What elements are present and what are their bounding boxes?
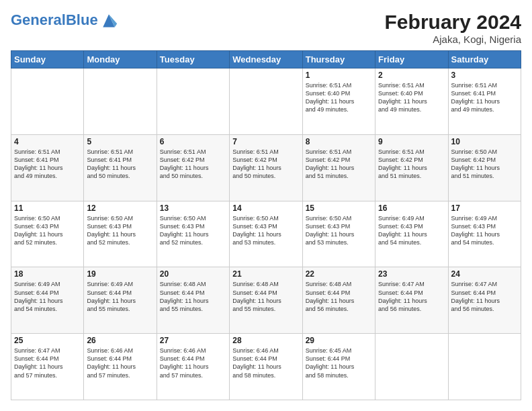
day-number: 29 — [306, 336, 372, 345]
day-cell: 27Sunrise: 6:46 AM Sunset: 6:44 PM Dayli… — [157, 334, 229, 400]
col-saturday: Saturday — [448, 51, 521, 68]
week-row-1: 4Sunrise: 6:51 AM Sunset: 6:41 PM Daylig… — [11, 134, 521, 201]
day-number: 11 — [14, 203, 81, 213]
calendar-header: Sunday Monday Tuesday Wednesday Thursday… — [11, 51, 521, 68]
day-number: 25 — [14, 336, 81, 345]
day-cell: 12Sunrise: 6:50 AM Sunset: 6:43 PM Dayli… — [84, 201, 157, 267]
day-number: 22 — [306, 269, 372, 279]
week-row-2: 11Sunrise: 6:50 AM Sunset: 6:43 PM Dayli… — [11, 201, 521, 267]
day-cell: 23Sunrise: 6:47 AM Sunset: 6:44 PM Dayli… — [375, 267, 448, 334]
day-number: 18 — [14, 269, 81, 279]
day-cell: 6Sunrise: 6:51 AM Sunset: 6:42 PM Daylig… — [157, 134, 229, 201]
col-thursday: Thursday — [302, 51, 375, 68]
day-cell: 16Sunrise: 6:49 AM Sunset: 6:43 PM Dayli… — [375, 201, 448, 267]
week-row-4: 25Sunrise: 6:47 AM Sunset: 6:44 PM Dayli… — [11, 334, 521, 400]
day-cell: 22Sunrise: 6:48 AM Sunset: 6:44 PM Dayli… — [302, 267, 375, 334]
day-number: 27 — [160, 336, 226, 345]
day-info: Sunrise: 6:48 AM Sunset: 6:44 PM Dayligh… — [160, 280, 226, 313]
logo: GeneralBlue — [11, 11, 118, 30]
header: GeneralBlue February 2024 Ajaka, Kogi, N… — [11, 11, 521, 45]
day-info: Sunrise: 6:51 AM Sunset: 6:41 PM Dayligh… — [87, 148, 153, 181]
day-info: Sunrise: 6:48 AM Sunset: 6:44 PM Dayligh… — [306, 280, 372, 313]
day-info: Sunrise: 6:49 AM Sunset: 6:43 PM Dayligh… — [378, 214, 445, 247]
day-cell: 24Sunrise: 6:47 AM Sunset: 6:44 PM Dayli… — [448, 267, 521, 334]
day-cell: 26Sunrise: 6:46 AM Sunset: 6:44 PM Dayli… — [84, 334, 157, 400]
day-info: Sunrise: 6:47 AM Sunset: 6:44 PM Dayligh… — [451, 280, 518, 313]
day-info: Sunrise: 6:50 AM Sunset: 6:43 PM Dayligh… — [306, 214, 372, 247]
col-friday: Friday — [375, 51, 448, 68]
day-number: 10 — [451, 137, 518, 146]
day-info: Sunrise: 6:48 AM Sunset: 6:44 PM Dayligh… — [232, 280, 299, 313]
logo-icon — [99, 11, 118, 30]
day-cell — [448, 334, 521, 400]
day-info: Sunrise: 6:50 AM Sunset: 6:42 PM Dayligh… — [451, 148, 518, 181]
day-info: Sunrise: 6:46 AM Sunset: 6:44 PM Dayligh… — [160, 347, 226, 379]
logo-text: GeneralBlue — [11, 13, 98, 28]
day-info: Sunrise: 6:51 AM Sunset: 6:41 PM Dayligh… — [451, 81, 518, 114]
title-block: February 2024 Ajaka, Kogi, Nigeria — [385, 11, 521, 45]
day-number: 4 — [14, 137, 81, 146]
day-info: Sunrise: 6:50 AM Sunset: 6:43 PM Dayligh… — [232, 214, 299, 247]
day-cell: 4Sunrise: 6:51 AM Sunset: 6:41 PM Daylig… — [11, 134, 84, 201]
day-cell: 21Sunrise: 6:48 AM Sunset: 6:44 PM Dayli… — [230, 267, 302, 334]
day-number: 16 — [378, 203, 445, 213]
day-number: 19 — [87, 269, 153, 279]
day-number: 1 — [306, 71, 372, 80]
day-cell: 20Sunrise: 6:48 AM Sunset: 6:44 PM Dayli… — [157, 267, 229, 334]
day-info: Sunrise: 6:51 AM Sunset: 6:42 PM Dayligh… — [160, 148, 226, 181]
page: GeneralBlue February 2024 Ajaka, Kogi, N… — [0, 0, 532, 411]
day-cell — [84, 68, 157, 135]
day-cell: 5Sunrise: 6:51 AM Sunset: 6:41 PM Daylig… — [84, 134, 157, 201]
day-cell: 14Sunrise: 6:50 AM Sunset: 6:43 PM Dayli… — [230, 201, 302, 267]
day-number: 28 — [232, 336, 299, 345]
day-info: Sunrise: 6:46 AM Sunset: 6:44 PM Dayligh… — [232, 347, 299, 379]
day-cell: 17Sunrise: 6:49 AM Sunset: 6:43 PM Dayli… — [448, 201, 521, 267]
day-cell: 18Sunrise: 6:49 AM Sunset: 6:44 PM Dayli… — [11, 267, 84, 334]
day-number: 7 — [232, 137, 299, 146]
day-number: 21 — [232, 269, 299, 279]
day-info: Sunrise: 6:51 AM Sunset: 6:40 PM Dayligh… — [306, 81, 372, 114]
day-cell: 8Sunrise: 6:51 AM Sunset: 6:42 PM Daylig… — [302, 134, 375, 201]
day-cell — [375, 334, 448, 400]
col-tuesday: Tuesday — [157, 51, 229, 68]
day-cell: 7Sunrise: 6:51 AM Sunset: 6:42 PM Daylig… — [230, 134, 302, 201]
day-number: 6 — [160, 137, 226, 146]
day-cell — [157, 68, 229, 135]
day-info: Sunrise: 6:50 AM Sunset: 6:43 PM Dayligh… — [87, 214, 153, 247]
week-row-0: 1Sunrise: 6:51 AM Sunset: 6:40 PM Daylig… — [11, 68, 521, 135]
day-info: Sunrise: 6:47 AM Sunset: 6:44 PM Dayligh… — [378, 280, 445, 313]
col-sunday: Sunday — [11, 51, 84, 68]
day-number: 12 — [87, 203, 153, 213]
calendar-body: 1Sunrise: 6:51 AM Sunset: 6:40 PM Daylig… — [11, 68, 521, 400]
day-cell: 29Sunrise: 6:45 AM Sunset: 6:44 PM Dayli… — [302, 334, 375, 400]
day-info: Sunrise: 6:51 AM Sunset: 6:41 PM Dayligh… — [14, 148, 81, 181]
day-info: Sunrise: 6:51 AM Sunset: 6:42 PM Dayligh… — [378, 148, 445, 181]
day-info: Sunrise: 6:50 AM Sunset: 6:43 PM Dayligh… — [14, 214, 81, 247]
day-cell — [11, 68, 84, 135]
day-info: Sunrise: 6:47 AM Sunset: 6:44 PM Dayligh… — [14, 347, 81, 379]
day-info: Sunrise: 6:51 AM Sunset: 6:42 PM Dayligh… — [306, 148, 372, 181]
day-number: 3 — [451, 71, 518, 80]
day-cell: 10Sunrise: 6:50 AM Sunset: 6:42 PM Dayli… — [448, 134, 521, 201]
day-number: 23 — [378, 269, 445, 279]
logo-general: General — [11, 11, 66, 28]
day-number: 8 — [306, 137, 372, 146]
day-cell: 11Sunrise: 6:50 AM Sunset: 6:43 PM Dayli… — [11, 201, 84, 267]
day-number: 14 — [232, 203, 299, 213]
day-info: Sunrise: 6:49 AM Sunset: 6:44 PM Dayligh… — [14, 280, 81, 313]
day-cell: 13Sunrise: 6:50 AM Sunset: 6:43 PM Dayli… — [157, 201, 229, 267]
day-info: Sunrise: 6:49 AM Sunset: 6:43 PM Dayligh… — [451, 214, 518, 247]
day-number: 20 — [160, 269, 226, 279]
day-cell: 15Sunrise: 6:50 AM Sunset: 6:43 PM Dayli… — [302, 201, 375, 267]
day-cell: 28Sunrise: 6:46 AM Sunset: 6:44 PM Dayli… — [230, 334, 302, 400]
day-info: Sunrise: 6:49 AM Sunset: 6:44 PM Dayligh… — [87, 280, 153, 313]
week-row-3: 18Sunrise: 6:49 AM Sunset: 6:44 PM Dayli… — [11, 267, 521, 334]
day-number: 17 — [451, 203, 518, 213]
day-info: Sunrise: 6:46 AM Sunset: 6:44 PM Dayligh… — [87, 347, 153, 379]
days-of-week-row: Sunday Monday Tuesday Wednesday Thursday… — [11, 51, 521, 68]
day-cell: 3Sunrise: 6:51 AM Sunset: 6:41 PM Daylig… — [448, 68, 521, 135]
day-number: 26 — [87, 336, 153, 345]
location: Ajaka, Kogi, Nigeria — [385, 34, 521, 45]
day-cell: 25Sunrise: 6:47 AM Sunset: 6:44 PM Dayli… — [11, 334, 84, 400]
day-number: 15 — [306, 203, 372, 213]
